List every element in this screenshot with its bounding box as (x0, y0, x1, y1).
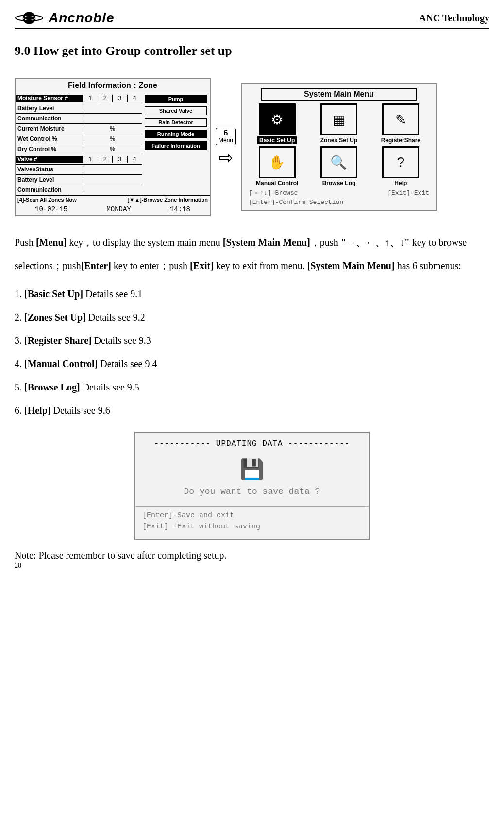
field-row: Valve #1234 (16, 154, 142, 165)
hint-exit: [Exit]-Exit (387, 189, 429, 198)
menu-caption: Basic Set Up (257, 136, 297, 144)
menu-icon: ✎ (382, 103, 419, 136)
status-day: MONDAY (106, 205, 131, 213)
section-title: 9.0 How get into Group controller set up (15, 44, 489, 58)
field-info-screen: Field Information：Zone Moisture Sensor #… (15, 78, 211, 216)
menu-item: ▦Zones Set Up (310, 103, 367, 144)
menu-icon: ▦ (320, 103, 357, 136)
field-row: Wet Control %% (16, 134, 142, 144)
menu-item: ✋Manual Control (249, 146, 305, 187)
menu-item: ⚙Basic Set Up (249, 103, 305, 144)
menu-icon: 🔍 (320, 146, 357, 178)
disk-icon: 💾 (240, 458, 264, 482)
globe-icon (15, 10, 44, 26)
note-text: Note: Please remember to save after comp… (15, 550, 489, 561)
field-row: Communication (16, 114, 142, 124)
page-number: 20 (15, 562, 489, 570)
updating-data-screen: ----------- UPDATING DATA ------------ 💾… (134, 432, 370, 540)
menu-caption: Browse Log (320, 179, 358, 187)
side-button: Rain Detector (145, 118, 207, 127)
figures-row: Field Information：Zone Moisture Sensor #… (15, 78, 489, 216)
menu-caption: Help (392, 179, 409, 187)
submenu-line: 3. [Register Share] Details see 9.3 (15, 329, 489, 352)
hint-enter: [Enter]-Confirm Selection (249, 198, 429, 207)
screen2-title: System Main Menu (261, 88, 417, 101)
screen1-title: Field Information：Zone (16, 79, 210, 93)
status-time: 14:18 (170, 205, 190, 213)
system-main-menu-screen: System Main Menu ⚙Basic Set Up▦Zones Set… (241, 83, 437, 210)
submenu-line: 2. [Zones Set Up] Details see 9.2 (15, 305, 489, 329)
menu-icon: ⚙ (259, 103, 296, 136)
menu-keycap: 6 Menu (216, 128, 236, 145)
menu-caption: RegisterShare (379, 136, 422, 144)
field-row: Dry Control %% (16, 144, 142, 154)
logo: Ancnoble (15, 10, 115, 26)
logo-text: Ancnoble (49, 10, 115, 26)
menu-icon: ✋ (259, 146, 296, 178)
field-row: Moisture Sensor #1234 (16, 93, 142, 103)
screen3-hint-exit: [Exit] -Exit without saving (142, 522, 362, 533)
side-button: Running Mode (145, 130, 207, 138)
field-row: Battery Level (16, 175, 142, 185)
header-right: ANC Technology (419, 13, 489, 24)
screen3-question: Do you want to save data ? (184, 487, 320, 496)
menu-caption: Manual Control (254, 179, 300, 187)
screen1-foot-left: [4]-Scan All Zones Now (17, 197, 77, 203)
menu-caption: Zones Set Up (319, 136, 360, 144)
menu-item: 🔍Browse Log (310, 146, 367, 187)
instruction-paragraph: Push [Menu] key，to display the system ma… (15, 231, 489, 277)
field-row: Current Moisture% (16, 124, 142, 134)
screen3-hint-enter: [Enter]-Save and exit (142, 510, 362, 522)
field-row: ValvesStatus (16, 165, 142, 175)
status-date: 10-02-15 (35, 205, 67, 213)
submenu-line: 4. [Manual Control] Details see 9.4 (15, 352, 489, 375)
hint-browse: [→←↑↓]-Browse (249, 189, 298, 198)
side-button: Pump (145, 95, 207, 103)
screen3-title: ----------- UPDATING DATA ------------ (135, 433, 369, 453)
page-header: Ancnoble ANC Technology (15, 10, 489, 29)
arrow-icon: ⇨ (218, 149, 233, 167)
menu-item: ✎RegisterShare (372, 103, 429, 144)
submenu-line: 5. [Browse Log] Details see 9.5 (15, 375, 489, 399)
menu-icon: ? (382, 146, 419, 178)
side-button: Shared Valve (145, 106, 207, 115)
submenu-line: 1. [Basic Set Up] Details see 9.1 (15, 282, 489, 305)
screen1-foot-right: [▼▲]-Browse Zone Information (128, 197, 208, 203)
menu-item: ?Help (372, 146, 429, 187)
submenu-line: 6. [Help] Details see 9.6 (15, 399, 489, 422)
field-row: Communication (16, 185, 142, 195)
field-row: Battery Level (16, 103, 142, 114)
transition-arrow: 6 Menu ⇨ (216, 128, 236, 167)
side-button: Failure Information (145, 141, 207, 150)
